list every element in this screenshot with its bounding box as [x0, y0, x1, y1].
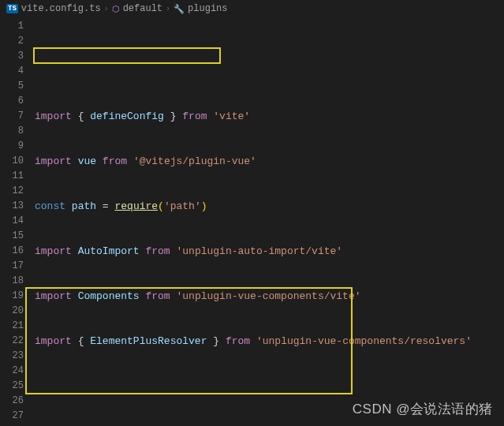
code-line: import vue from '@vitejs/plugin-vue'	[35, 154, 504, 169]
breadcrumb-symbol-label: plugins	[188, 3, 227, 14]
breadcrumb-symbol-label: default	[123, 3, 162, 14]
chevron-right-icon: ›	[166, 5, 170, 13]
code-area[interactable]: import { defineConfig } from 'vite' impo…	[35, 17, 504, 426]
breadcrumb-symbol-default[interactable]: ⬡ default	[112, 3, 162, 14]
line-gutter: 123 456 789 101112 131415 161718 192021 …	[0, 17, 35, 426]
breadcrumb-file[interactable]: TS vite.config.ts	[6, 3, 101, 14]
chevron-right-icon: ›	[104, 5, 109, 13]
code-editor[interactable]: 123 456 789 101112 131415 161718 192021 …	[0, 17, 504, 426]
breadcrumb-file-label: vite.config.ts	[21, 3, 101, 14]
module-icon: ⬡	[112, 4, 120, 14]
watermark: CSDN @会说法语的猪	[353, 400, 493, 418]
highlight-box	[33, 47, 221, 64]
code-line: const path = require('path')	[35, 199, 504, 214]
code-line: import { ElementPlusResolver } from 'unp…	[35, 334, 504, 349]
breadcrumb-symbol-plugins[interactable]: 🔧 plugins	[174, 3, 227, 14]
property-icon: 🔧	[174, 4, 185, 14]
code-line: import { defineConfig } from 'vite'	[35, 109, 504, 124]
code-line: import AutoImport from 'unplugin-auto-im…	[35, 244, 504, 259]
breadcrumb[interactable]: TS vite.config.ts › ⬡ default › 🔧 plugin…	[0, 0, 504, 17]
code-line: import Components from 'unplugin-vue-com…	[35, 289, 504, 304]
ts-icon: TS	[6, 4, 18, 13]
code-line	[35, 379, 504, 394]
